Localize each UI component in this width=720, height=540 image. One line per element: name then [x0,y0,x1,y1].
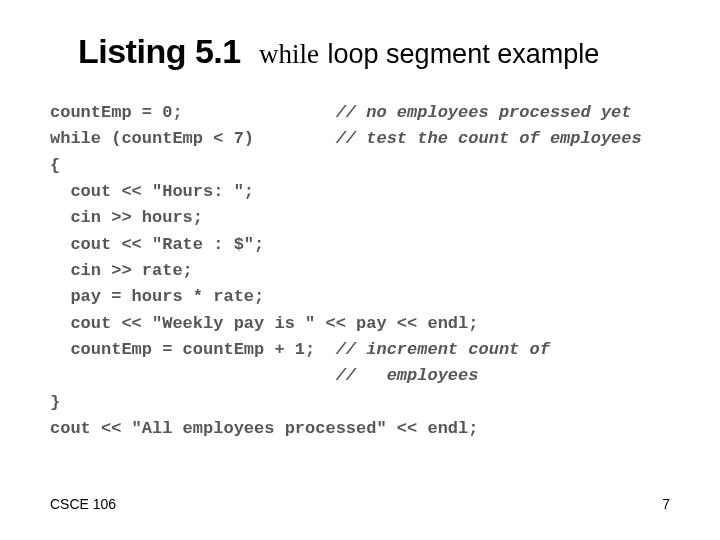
code-line: countEmp = countEmp + 1; [50,340,336,359]
code-line: countEmp = 0; [50,103,336,122]
title-listing: Listing 5.1 [78,32,241,70]
code-line: } [50,393,60,412]
code-comment: // test the count of employees [336,129,642,148]
code-line: pay = hours * rate; [50,287,264,306]
slide: Listing 5.1 while loop segment example c… [0,0,720,540]
code-line: cin >> rate; [50,261,193,280]
code-line: cin >> hours; [50,208,203,227]
title-rest: loop segment example [328,39,600,69]
code-line: { [50,156,60,175]
code-line: cout << "All employees processed" << end… [50,419,478,438]
footer-page-number: 7 [662,496,670,512]
code-block: countEmp = 0; // no employees processed … [50,100,700,442]
code-comment: // no employees processed yet [336,103,632,122]
code-line: cout << "Weekly pay is " << pay << endl; [50,314,478,333]
code-line [50,366,336,385]
code-line: cout << "Rate : $"; [50,235,264,254]
code-comment: // employees [336,366,479,385]
slide-title: Listing 5.1 while loop segment example [78,32,680,71]
code-line: while (countEmp < 7) [50,129,336,148]
code-comment: // increment count of [336,340,550,359]
title-while-keyword: while [259,39,319,69]
footer-course: CSCE 106 [50,496,116,512]
code-line: cout << "Hours: "; [50,182,254,201]
